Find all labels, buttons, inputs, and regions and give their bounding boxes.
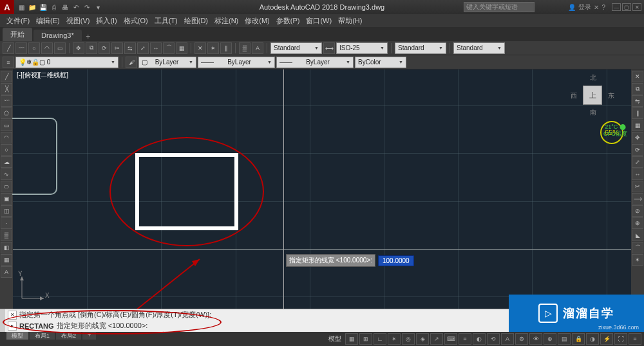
ltool-polygon-icon[interactable]: ⬠ bbox=[1, 107, 12, 119]
tool-explode-icon[interactable]: ✶ bbox=[207, 42, 219, 54]
tool-arc-icon[interactable]: ◠ bbox=[41, 42, 53, 54]
tool-mirror-icon[interactable]: ⇋ bbox=[124, 42, 136, 54]
status-hwacc-icon[interactable]: ⚡ bbox=[600, 333, 613, 345]
status-grid-icon[interactable]: ▦ bbox=[345, 333, 358, 345]
viewcube-east[interactable]: 东 bbox=[608, 91, 614, 100]
status-annoscale-icon[interactable]: A bbox=[501, 333, 514, 345]
tool-rotate-icon[interactable]: ⟳ bbox=[99, 42, 110, 54]
tool-copy-icon[interactable]: ⧉ bbox=[86, 42, 97, 54]
menu-draw[interactable]: 绘图(D) bbox=[182, 15, 211, 27]
matchprop-icon[interactable]: 🖌 bbox=[126, 57, 137, 68]
tool-text-icon[interactable]: A bbox=[252, 42, 263, 54]
viewcube-south[interactable]: 南 bbox=[590, 108, 596, 117]
exchange-icon[interactable]: ✕ bbox=[594, 4, 599, 11]
rtool-explode-icon[interactable]: ✶ bbox=[632, 254, 643, 266]
ltool-line-icon[interactable]: ╱ bbox=[1, 71, 12, 82]
linetype-combo[interactable]: —— ByLayer▼ bbox=[198, 57, 275, 68]
qat-save-icon[interactable]: 💾 bbox=[39, 3, 48, 12]
ltool-mtext-icon[interactable]: A bbox=[1, 266, 12, 278]
ltool-block-icon[interactable]: ◫ bbox=[1, 205, 12, 217]
tool-trim-icon[interactable]: ✂ bbox=[111, 42, 123, 54]
rtool-rotate-icon[interactable]: ⟳ bbox=[632, 144, 643, 156]
tool-array-icon[interactable]: ▦ bbox=[176, 42, 187, 54]
status-3dosnap-icon[interactable]: ◈ bbox=[416, 333, 429, 345]
layer-manager-icon[interactable]: ≡ bbox=[3, 57, 14, 68]
status-ortho-icon[interactable]: ∟ bbox=[374, 333, 386, 345]
status-snap-icon[interactable]: ⊞ bbox=[359, 333, 372, 345]
viewcube[interactable]: 北 南 东 西 上 bbox=[573, 76, 612, 114]
viewcube-top-face[interactable]: 上 bbox=[583, 86, 602, 105]
lineweight-combo[interactable]: —— ByLayer▼ bbox=[276, 57, 354, 68]
menu-format[interactable]: 格式(O) bbox=[121, 15, 151, 27]
menu-modify[interactable]: 修改(M) bbox=[242, 15, 272, 27]
tab-layout2[interactable]: 布局2 bbox=[56, 332, 81, 340]
maximize-button[interactable]: ▢ bbox=[622, 3, 631, 11]
qat-new-icon[interactable]: ▦ bbox=[17, 3, 26, 12]
status-polar-icon[interactable]: ✶ bbox=[388, 333, 401, 345]
drawing-area[interactable]: [-][俯视][二维线框] 北 南 东 西 上 65% 21°C ⬤ CPU温度… bbox=[13, 69, 631, 309]
close-button[interactable]: ✕ bbox=[632, 3, 641, 11]
ltool-revcloud-icon[interactable]: ☁ bbox=[1, 156, 12, 168]
viewcube-west[interactable]: 西 bbox=[571, 91, 577, 100]
tab-layout1[interactable]: 布局1 bbox=[30, 332, 55, 340]
qat-plot-icon[interactable]: 🖶 bbox=[61, 3, 70, 12]
menu-param[interactable]: 参数(P) bbox=[274, 15, 303, 27]
status-dyn-icon[interactable]: ⌨ bbox=[444, 333, 457, 345]
tool-stretch-icon[interactable]: ↔ bbox=[150, 42, 162, 54]
tool-dim-icon[interactable]: ⟷ bbox=[323, 42, 335, 54]
menu-help[interactable]: 帮助(H) bbox=[336, 15, 365, 27]
menu-view[interactable]: 视图(V) bbox=[64, 15, 93, 27]
ltool-spline-icon[interactable]: ∿ bbox=[1, 168, 12, 180]
rtool-copy-icon[interactable]: ⧉ bbox=[632, 83, 643, 95]
search-input[interactable]: 键入关键字或短语 bbox=[464, 2, 535, 12]
status-model-label[interactable]: 模型 bbox=[326, 334, 344, 343]
tool-offset-icon[interactable]: ‖ bbox=[220, 42, 232, 54]
layer-combo[interactable]: 💡❄🔒▢ 0▼ bbox=[15, 57, 118, 68]
status-otrack-icon[interactable]: ↗ bbox=[430, 333, 443, 345]
style-combo-2[interactable]: Standard▼ bbox=[395, 42, 446, 54]
tool-circle-icon[interactable]: ○ bbox=[28, 42, 40, 54]
tab-new-button[interactable]: + bbox=[83, 32, 93, 41]
tool-pline-icon[interactable]: 〰 bbox=[15, 42, 27, 54]
tool-move-icon[interactable]: ✥ bbox=[73, 42, 84, 54]
ltool-circle-icon[interactable]: ○ bbox=[1, 144, 12, 156]
tab-start[interactable]: 开始 bbox=[3, 28, 32, 41]
cmdline-close-icon[interactable]: ✕ bbox=[8, 311, 17, 320]
help-icon[interactable]: ? bbox=[601, 4, 605, 11]
status-lock-icon[interactable]: 🔒 bbox=[572, 333, 585, 345]
menu-file[interactable]: 文件(F) bbox=[4, 15, 32, 27]
status-quickprops-icon[interactable]: ▤ bbox=[558, 333, 571, 345]
ltool-table-icon[interactable]: ▦ bbox=[1, 254, 12, 266]
ltool-pline-icon[interactable]: 〰 bbox=[1, 95, 12, 107]
signin-icon[interactable]: 👤 bbox=[568, 4, 576, 11]
ltool-xline-icon[interactable]: ╳ bbox=[1, 83, 12, 95]
tool-erase-icon[interactable]: ✕ bbox=[194, 42, 206, 54]
qat-dropdown-icon[interactable]: ▾ bbox=[93, 3, 102, 12]
rtool-move-icon[interactable]: ✥ bbox=[632, 132, 643, 143]
style-combo-3[interactable]: Standard▼ bbox=[453, 42, 505, 54]
status-units-icon[interactable]: ⊕ bbox=[544, 333, 556, 345]
rtool-chamfer-icon[interactable]: ◣ bbox=[632, 230, 643, 241]
tab-layout-plus[interactable]: + bbox=[82, 332, 96, 340]
tool-rect-icon[interactable]: ▭ bbox=[54, 42, 66, 54]
status-workspace-icon[interactable]: ⚙ bbox=[515, 333, 528, 345]
ltool-hatch-icon[interactable]: ▒ bbox=[1, 230, 12, 241]
tab-model[interactable]: 模型 bbox=[6, 332, 28, 340]
status-cleanscreen-icon[interactable]: ⛶ bbox=[614, 333, 627, 345]
ltool-point-icon[interactable]: · bbox=[1, 217, 12, 229]
ltool-arc-icon[interactable]: ◠ bbox=[1, 132, 12, 143]
ltool-ellipse-icon[interactable]: ⬭ bbox=[1, 181, 12, 192]
status-osnap-icon[interactable]: ◎ bbox=[402, 333, 415, 345]
dimstyle-combo[interactable]: ISO-25▼ bbox=[336, 42, 388, 54]
plotstyle-combo[interactable]: ByColor▼ bbox=[355, 57, 406, 68]
cmdline-prompt-icon[interactable]: ▸ bbox=[8, 322, 17, 331]
ltool-rect-icon[interactable]: ▭ bbox=[1, 120, 12, 131]
status-customize-icon[interactable]: ≡ bbox=[629, 333, 641, 345]
viewport-label[interactable]: [-][俯视][二维线框] bbox=[17, 71, 68, 80]
rtool-erase-icon[interactable]: ✕ bbox=[632, 71, 643, 82]
tooltip-value-input[interactable]: 100.0000 bbox=[378, 255, 414, 266]
rtool-break-icon[interactable]: ⊘ bbox=[632, 205, 643, 217]
rtool-fillet-icon[interactable]: ⌒ bbox=[632, 242, 643, 253]
tool-hatch-icon[interactable]: ▒ bbox=[239, 42, 251, 54]
minimize-button[interactable]: — bbox=[612, 3, 621, 11]
